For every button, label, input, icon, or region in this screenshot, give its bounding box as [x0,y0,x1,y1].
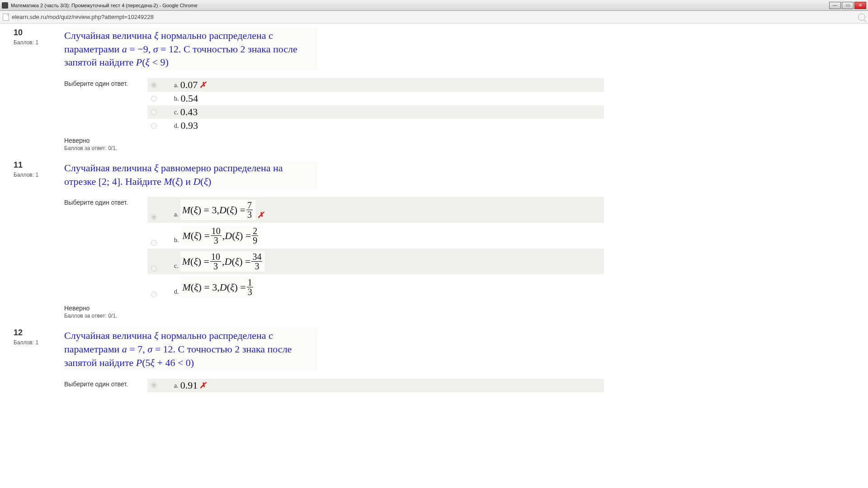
wrong-icon: ✗ [199,380,206,390]
option-value: 0.43 [180,106,198,118]
question-max-score: Баллов: 1 [14,39,64,46]
answer-block: Выберите один ответ.a.M(ξ) = 3, D(ξ) = 7… [64,197,859,300]
choose-label: Выберите один ответ. [64,197,147,300]
page-icon [3,14,9,21]
option-row: a.0.07✗ [147,78,604,92]
result-status: Неверно [64,305,859,312]
favicon-icon [2,2,8,9]
window-title: Математика 2 (часть 3/3): Промежуточный … [11,3,829,8]
option-formula: M(ξ) = 103, D(ξ) = 343 [180,251,265,272]
option-value: 0.91 [180,380,198,391]
option-value: 0.54 [181,93,198,104]
question-text: Случайная величина ξ нормально распредел… [64,28,317,70]
choose-label: Выберите один ответ. [64,379,147,392]
options-list: a.0.07✗b.0.54c.0.43d.0.93 [147,78,604,132]
options-list: a.0.91✗ [147,379,604,392]
option-label: c. [174,109,179,118]
option-radio[interactable] [151,214,157,220]
option-formula: M(ξ) = 3, D(ξ) = 13 [181,277,256,297]
option-row: b.0.54 [147,92,604,105]
option-radio[interactable] [151,382,157,388]
option-label: d. [174,122,179,131]
option-row: c.0.43 [147,105,604,119]
option-label: a. [174,211,179,220]
option-row: c.M(ξ) = 103, D(ξ) = 343 [147,249,604,274]
quiz-content: 10 Баллов: 1Случайная величина ξ нормаль… [0,23,868,415]
option-row: d.M(ξ) = 3, D(ξ) = 13 [147,274,604,300]
choose-label: Выберите один ответ. [64,78,147,132]
option-radio[interactable] [151,266,157,272]
option-formula: M(ξ) = 3, D(ξ) = 73 [180,200,255,220]
question-max-score: Баллов: 1 [14,172,64,178]
question-block: 12 Баллов: 1Случайная величина ξ нормаль… [0,324,868,396]
question-text: Случайная величина ξ равномерно распреде… [64,160,317,189]
option-row: a.0.91✗ [147,379,604,392]
result-status: Неверно [64,137,859,144]
wrong-icon: ✗ [199,80,206,90]
answer-block: Выберите один ответ.a.0.91✗ [64,379,859,392]
option-radio[interactable] [151,123,157,129]
question-text: Случайная величина ξ нормально распредел… [64,328,317,370]
option-radio[interactable] [151,291,157,297]
question-number: 10 [14,28,64,38]
option-label: b. [174,237,179,246]
question-max-score: Баллов: 1 [14,339,64,346]
close-button[interactable]: ✕ [854,2,866,9]
question-number: 11 [14,160,64,170]
result-points: Баллов за ответ: 0/1. [64,313,859,319]
option-label: b. [174,95,179,104]
option-radio[interactable] [151,82,157,88]
options-list: a.M(ξ) = 3, D(ξ) = 73✗b.M(ξ) = 103, D(ξ)… [147,197,604,300]
option-row: d.0.93 [147,119,604,132]
address-bar: elearn.sde.ru/mod/quiz/review.php?attemp… [0,11,868,23]
result-block: Неверно Баллов за ответ: 0/1. [64,137,859,151]
maximize-button[interactable]: ▭ [842,2,854,9]
question-block: 11 Баллов: 1Случайная величина ξ равноме… [0,156,868,324]
page-viewport[interactable]: 10 Баллов: 1Случайная величина ξ нормаль… [0,23,868,488]
option-value: 0.93 [181,120,198,131]
option-radio[interactable] [151,109,157,115]
result-points: Баллов за ответ: 0/1. [64,145,859,151]
option-label: c. [174,263,179,272]
option-label: a. [174,382,179,391]
option-radio[interactable] [151,96,157,102]
option-label: a. [174,82,179,91]
wrong-icon: ✗ [257,210,264,220]
option-label: d. [174,288,179,297]
option-row: a.M(ξ) = 3, D(ξ) = 73✗ [147,197,604,223]
zoom-icon[interactable] [858,14,865,21]
minimize-button[interactable]: — [829,2,841,9]
window-buttons: — ▭ ✕ [829,2,866,9]
window-titlebar: Математика 2 (часть 3/3): Промежуточный … [0,0,868,11]
option-value: 0.07 [180,79,198,91]
result-block: Неверно Баллов за ответ: 0/1. [64,305,859,319]
option-formula: M(ξ) = 103, D(ξ) = 29 [181,225,261,246]
question-block: 10 Баллов: 1Случайная величина ξ нормаль… [0,23,868,156]
answer-block: Выберите один ответ.a.0.07✗b.0.54c.0.43d… [64,78,859,132]
option-row: b.M(ξ) = 103, D(ξ) = 29 [147,223,604,249]
url-text[interactable]: elearn.sde.ru/mod/quiz/review.php?attemp… [12,14,858,20]
option-radio[interactable] [151,240,157,246]
question-number: 12 [14,328,64,338]
